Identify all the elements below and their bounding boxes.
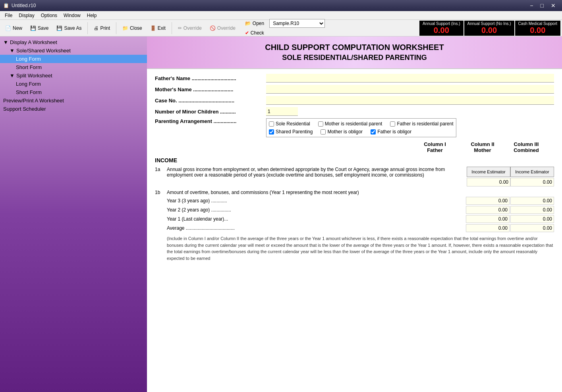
sole-residential-checkbox[interactable] <box>269 121 274 127</box>
menu-help[interactable]: Help <box>84 12 100 19</box>
father-residential-option[interactable]: Father is residential parent <box>390 121 453 127</box>
save-as-button[interactable]: 💾 Save As <box>53 24 85 33</box>
year2-label: Year 2 (2 years ago) ............... <box>167 207 466 213</box>
income-1a-mother-input[interactable] <box>510 178 554 186</box>
mothers-name-input[interactable] <box>266 85 554 94</box>
num-children-label: Number of Minor Children ........... <box>155 109 266 115</box>
father-residential-checkbox[interactable] <box>390 121 395 127</box>
title-bar: 📋 Untitled.r10 − □ ✕ <box>0 0 562 11</box>
mother-obligor-option[interactable]: Mother is obligor <box>321 129 363 135</box>
parenting-row-2: Shared Parenting Mother is obligor Fathe… <box>269 129 454 135</box>
close-icon: 📁 <box>122 25 128 31</box>
mother-obligor-checkbox[interactable] <box>321 129 326 135</box>
num-children-row: Number of Minor Children ........... <box>155 107 554 116</box>
menu-options[interactable]: Options <box>38 12 60 19</box>
main-layout: ▼ Display A Worksheet ▼ Sole/Shared Work… <box>0 37 562 392</box>
separator-1 <box>87 22 88 34</box>
annual-support-ins-box: Annual Support (Ins.) 0.00 <box>419 21 464 36</box>
income-row-1b: 1b Amount of overtime, bonuses, and comm… <box>155 190 554 195</box>
menu-window[interactable]: Window <box>60 12 84 19</box>
year3-row: Year 3 (3 years ago) ............ <box>155 197 554 205</box>
row-1a-desc: Annual gross income from employment or, … <box>167 167 445 178</box>
fathers-name-label: Father's Name ..........................… <box>155 75 266 81</box>
sidebar-item-split-worksheet[interactable]: ▼ Split Worksheet <box>0 71 147 80</box>
income-estimator-father-btn[interactable]: Income Estimator <box>467 167 510 177</box>
year2-mother-input[interactable] <box>510 206 554 214</box>
check-icon: ✔ <box>245 30 249 36</box>
sidebar-item-short-form-1[interactable]: Short Form <box>0 63 147 71</box>
sidebar-item-long-form-2[interactable]: Long Form <box>0 80 147 88</box>
restore-button[interactable]: □ <box>537 2 547 10</box>
income-row-1a: 1a Annual gross income from employment o… <box>155 167 554 186</box>
sidebar-item-sole-shared-worksheet[interactable]: ▼ Sole/Shared Worksheet <box>0 46 147 55</box>
year2-father-input[interactable] <box>466 206 510 214</box>
row-1b-desc: Amount of overtime, bonuses, and commiss… <box>167 190 554 195</box>
close-button[interactable]: ✕ <box>548 2 559 10</box>
override2-button[interactable]: 🚫 Override <box>206 24 239 33</box>
average-row: Average ................................… <box>155 224 554 232</box>
separator-3 <box>172 22 172 34</box>
fathers-name-row: Father's Name ..........................… <box>155 74 554 83</box>
title-bar-text: Untitled.r10 <box>12 3 36 8</box>
num-children-input[interactable] <box>266 107 298 116</box>
sidebar-item-short-form-2[interactable]: Short Form <box>0 88 147 96</box>
parenting-label: Parenting Arrangement ................ <box>155 118 266 124</box>
average-mother-input[interactable] <box>510 224 554 232</box>
print-button[interactable]: 🖨 Print <box>90 24 114 33</box>
sidebar-item-display-a-worksheet[interactable]: ▼ Display A Worksheet <box>0 38 147 46</box>
col-mother-header: Column II Mother <box>459 141 506 153</box>
app-icon: 📋 <box>3 3 9 8</box>
income-section-title: INCOME <box>155 157 554 163</box>
mothers-name-label: Mother's Name ..........................… <box>155 86 266 92</box>
row-1a-num: 1a <box>155 167 167 186</box>
father-obligor-checkbox[interactable] <box>371 129 376 135</box>
col-father-header: Column I Father <box>411 141 459 153</box>
average-father-input[interactable] <box>466 224 510 232</box>
income-1a-father-input[interactable] <box>467 178 510 186</box>
shared-parenting-option[interactable]: Shared Parenting <box>269 129 313 135</box>
year3-mother-input[interactable] <box>510 197 554 205</box>
mother-residential-option[interactable]: Mother is residential parent <box>318 121 382 127</box>
save-as-icon: 💾 <box>56 25 62 31</box>
sidebar-item-long-form-1[interactable]: Long Form <box>0 55 147 63</box>
father-obligor-option[interactable]: Father is obligor <box>371 129 411 135</box>
year3-father-input[interactable] <box>466 197 510 205</box>
sole-residential-option[interactable]: Sole Residential <box>269 121 310 127</box>
open-button[interactable]: 📂 Open <box>241 19 268 28</box>
form-area: Father's Name ..........................… <box>147 69 562 269</box>
year1-father-input[interactable] <box>466 215 510 223</box>
open-icon: 📂 <box>245 21 251 26</box>
row-1a-father-field: Income Estimator <box>467 167 510 186</box>
file-select[interactable]: Sample.R10 <box>269 19 325 28</box>
close-file-button[interactable]: 📁 Close <box>119 24 146 33</box>
fathers-name-input[interactable] <box>266 74 554 83</box>
sidebar-item-support-scheduler[interactable]: Support Scheduler <box>0 105 147 113</box>
year3-label: Year 3 (3 years ago) ............ <box>167 198 466 204</box>
exit-button[interactable]: 🚪 Exit <box>147 24 169 33</box>
worksheet-header: CHILD SUPPORT COMPUTATION WORKSHEET SOLE… <box>147 37 562 69</box>
case-no-label: Case No. ...............................… <box>155 98 266 104</box>
check-button[interactable]: ✔ Check <box>241 29 268 37</box>
override-button[interactable]: ✏ Override <box>174 24 205 33</box>
minimize-button[interactable]: − <box>527 2 536 10</box>
arrow-icon: ▼ <box>10 48 15 54</box>
case-no-row: Case No. ...............................… <box>155 96 554 105</box>
worksheet-title: CHILD SUPPORT COMPUTATION WORKSHEET <box>153 43 556 52</box>
sidebar: ▼ Display A Worksheet ▼ Sole/Shared Work… <box>0 37 147 392</box>
mother-residential-checkbox[interactable] <box>318 121 323 127</box>
save-icon: 💾 <box>30 25 36 31</box>
income-estimator-mother-btn[interactable]: Income Estimator <box>510 167 554 177</box>
new-button[interactable]: 📄 New <box>2 24 26 33</box>
row-1a-content: Annual gross income from employment or, … <box>167 167 467 186</box>
sidebar-item-preview-print[interactable]: Preview/Print A Worksheet <box>0 96 147 105</box>
override-icon: ✏ <box>178 25 182 31</box>
save-button[interactable]: 💾 Save <box>27 24 52 33</box>
case-no-input[interactable] <box>266 96 554 105</box>
override2-icon: 🚫 <box>210 25 216 31</box>
print-icon: 🖨 <box>94 25 98 31</box>
average-label: Average ................................… <box>167 225 466 231</box>
menu-display[interactable]: Display <box>15 12 37 19</box>
shared-parenting-checkbox[interactable] <box>269 129 274 135</box>
year1-mother-input[interactable] <box>510 215 554 223</box>
menu-file[interactable]: File <box>2 12 15 19</box>
